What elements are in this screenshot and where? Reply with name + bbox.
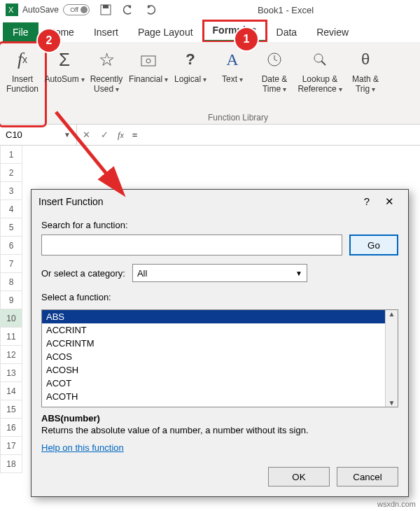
- financial-icon: [139, 48, 158, 71]
- scrollbar[interactable]: ▲▼: [385, 310, 398, 407]
- callout-2: 2: [38, 29, 60, 52]
- row-header[interactable]: 16: [0, 419, 22, 437]
- logical-label: Logical: [174, 74, 206, 85]
- datetime-label: Date & Time: [262, 74, 288, 94]
- math-label: Math & Trig: [352, 74, 379, 94]
- category-select[interactable]: All ▼: [132, 264, 307, 282]
- tab-review[interactable]: Review: [307, 22, 358, 42]
- formula-input[interactable]: =: [128, 130, 420, 140]
- autosave-toggle[interactable]: Off: [63, 4, 90, 15]
- ok-button[interactable]: OK: [268, 467, 330, 486]
- chevron-down-icon: ▼: [295, 270, 302, 277]
- row-header[interactable]: 15: [0, 400, 22, 419]
- row-header[interactable]: 13: [0, 364, 22, 382]
- list-item[interactable]: ACOT: [42, 377, 385, 390]
- callout-1: 1: [235, 28, 258, 50]
- window-title: Book1 - Excel: [157, 5, 414, 15]
- tab-insert[interactable]: Insert: [84, 22, 128, 42]
- list-item[interactable]: ACOSH: [42, 363, 385, 377]
- svg-rect-3: [103, 5, 108, 8]
- function-signature: ABS(number): [41, 413, 398, 424]
- autosave-label: AutoSave: [22, 5, 59, 15]
- category-label: Or select a category:: [41, 268, 125, 279]
- row-header[interactable]: 1: [0, 146, 22, 164]
- row-header[interactable]: 10: [0, 309, 22, 328]
- row-header[interactable]: 2: [0, 164, 22, 182]
- svg-rect-4: [141, 56, 155, 66]
- scroll-down-icon[interactable]: ▼: [388, 399, 396, 407]
- insert-function-dialog: Insert Function ? ✕ Search for a functio…: [31, 189, 409, 497]
- name-box-value: C10: [6, 130, 22, 140]
- star-icon: ☆: [99, 48, 115, 71]
- row-header[interactable]: 4: [0, 200, 22, 218]
- row-header[interactable]: 9: [0, 291, 22, 309]
- redo-icon[interactable]: [144, 4, 157, 16]
- text-icon: A: [226, 48, 238, 71]
- row-header[interactable]: 18: [0, 455, 22, 473]
- close-icon[interactable]: ✕: [377, 195, 401, 208]
- search-input[interactable]: [41, 234, 342, 255]
- row-header[interactable]: 17: [0, 437, 22, 455]
- tab-page-layout[interactable]: Page Layout: [128, 22, 203, 42]
- autosum-label: AutoSum: [44, 74, 84, 85]
- excel-icon: X: [6, 4, 18, 16]
- category-value: All: [137, 268, 147, 279]
- svg-text:X: X: [8, 6, 14, 14]
- row-header[interactable]: 6: [0, 237, 22, 255]
- row-header[interactable]: 12: [0, 346, 22, 364]
- clock-icon: [265, 48, 284, 71]
- row-header[interactable]: 11: [0, 328, 22, 346]
- row-header[interactable]: 7: [0, 255, 22, 273]
- fx-icon: fx: [18, 48, 27, 71]
- go-button[interactable]: Go: [349, 234, 398, 255]
- sigma-icon: Σ: [59, 48, 70, 71]
- lookup-icon: [311, 48, 329, 71]
- row-header[interactable]: 5: [0, 218, 22, 237]
- svg-point-5: [146, 59, 150, 63]
- list-item[interactable]: ACOS: [42, 350, 385, 363]
- undo-icon[interactable]: [122, 4, 134, 16]
- search-label: Search for a function:: [41, 220, 398, 230]
- row-headers: 1 2 3 4 5 6 7 8 9 10 11 12 13 14 15 16 1…: [0, 146, 22, 511]
- insert-function-button[interactable]: fx Insert Function: [1, 45, 43, 124]
- financial-label: Financial: [129, 74, 168, 85]
- row-header[interactable]: 3: [0, 182, 22, 200]
- scroll-up-icon[interactable]: ▲: [388, 310, 396, 318]
- titlebar: X AutoSave Off Book1 - Excel: [0, 0, 420, 20]
- theta-icon: θ: [361, 48, 370, 71]
- select-function-label: Select a function:: [41, 292, 398, 302]
- list-item[interactable]: ACCRINTM: [42, 337, 385, 350]
- list-item[interactable]: ACOTH: [42, 390, 385, 403]
- function-description: Returns the absolute value of a number, …: [41, 425, 398, 435]
- recently-label: Recently Used: [90, 74, 123, 94]
- annotation-arrow: [42, 105, 140, 203]
- tab-file[interactable]: File: [3, 22, 38, 42]
- save-icon[interactable]: [99, 4, 112, 16]
- ribbon-tabs: File Home Insert Page Layout Formulas Da…: [0, 20, 420, 42]
- list-item[interactable]: ABS: [42, 310, 385, 323]
- row-header[interactable]: 8: [0, 273, 22, 291]
- insert-function-label: Insert Function: [6, 74, 38, 94]
- help-icon[interactable]: ?: [356, 195, 377, 207]
- function-list[interactable]: ABS ACCRINT ACCRINTM ACOS ACOSH ACOT ACO…: [41, 309, 398, 407]
- row-header[interactable]: 14: [0, 382, 22, 400]
- lookup-label: Lookup & Reference: [298, 74, 342, 94]
- watermark: wsxdn.com: [377, 500, 416, 508]
- list-item[interactable]: ACCRINT: [42, 323, 385, 337]
- autosave-state: Off: [70, 6, 78, 13]
- tab-data[interactable]: Data: [267, 22, 307, 42]
- text-label: Text: [222, 74, 243, 85]
- toggle-knob: [80, 6, 88, 13]
- cancel-button[interactable]: Cancel: [337, 467, 398, 486]
- logical-icon: ?: [186, 48, 195, 71]
- help-link[interactable]: Help on this function: [41, 435, 398, 453]
